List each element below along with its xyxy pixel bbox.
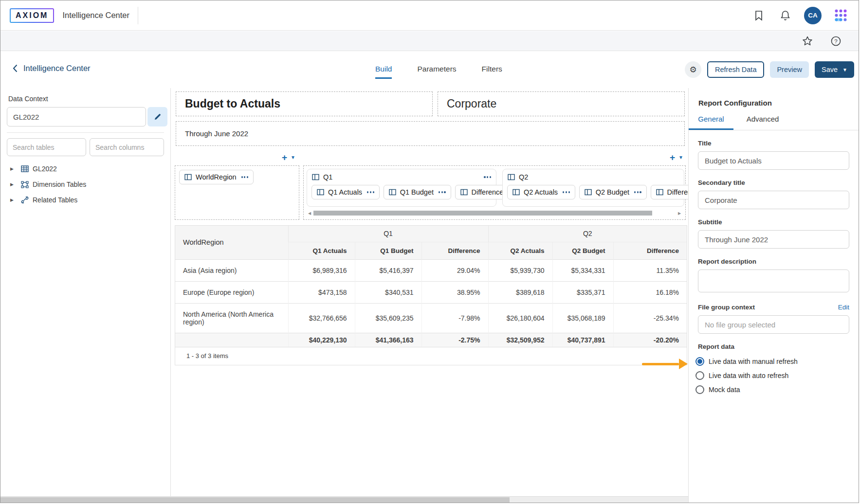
group-label: Q2 bbox=[519, 173, 528, 181]
breadcrumb-label: Intelligence Center bbox=[23, 64, 91, 73]
apps-grid-icon[interactable] bbox=[833, 8, 848, 23]
total-cell: $40,737,891 bbox=[552, 333, 613, 347]
value-cell: -7.98% bbox=[421, 303, 488, 333]
tree-item-related-tables[interactable]: ▶ Related Tables bbox=[0, 192, 170, 208]
subtitle-field[interactable] bbox=[698, 230, 849, 249]
total-cell: $32,509,952 bbox=[488, 333, 552, 347]
row-fields-dropzone[interactable]: WorldRegion bbox=[175, 165, 299, 220]
chevron-right-icon[interactable]: ▶ bbox=[10, 198, 21, 202]
plus-icon: + bbox=[670, 153, 675, 162]
chip-q2-budget[interactable]: Q2 Budget bbox=[579, 185, 647, 199]
file-group-field[interactable] bbox=[698, 315, 849, 334]
subtitle-field-label: Subtitle bbox=[698, 218, 849, 226]
bell-icon[interactable] bbox=[778, 8, 792, 23]
search-tables-input[interactable] bbox=[7, 138, 86, 156]
chip-q1-actuals[interactable]: Q1 Actuals bbox=[311, 185, 380, 199]
chip-q1-budget[interactable]: Q1 Budget bbox=[384, 185, 451, 199]
secondary-title-field[interactable] bbox=[698, 191, 849, 209]
config-tabs: General Advanced bbox=[689, 115, 859, 130]
table-grid-icon bbox=[21, 165, 33, 172]
chip-label: WorldRegion bbox=[196, 173, 237, 181]
report-secondary-title-block[interactable]: Corporate bbox=[438, 91, 685, 116]
save-button[interactable]: Save ▼ bbox=[815, 61, 854, 78]
column-icon bbox=[512, 189, 520, 196]
menu-dots-icon[interactable] bbox=[484, 176, 491, 178]
tab-general[interactable]: General bbox=[689, 115, 733, 130]
report-subtitle-block[interactable]: Through June 2022 bbox=[176, 121, 685, 146]
scrollbar-thumb[interactable] bbox=[0, 497, 510, 503]
tab-advanced[interactable]: Advanced bbox=[733, 115, 792, 130]
tab-build[interactable]: Build bbox=[375, 65, 392, 79]
col-group-q2: Q2 bbox=[488, 226, 687, 242]
axiom-logo[interactable]: AXIOM bbox=[10, 8, 54, 23]
refresh-data-button[interactable]: Refresh Data bbox=[707, 61, 764, 78]
tab-filters[interactable]: Filters bbox=[482, 65, 502, 79]
report-data-label: Report data bbox=[698, 343, 849, 350]
help-icon[interactable]: ? bbox=[828, 34, 843, 48]
column-icon bbox=[312, 174, 319, 180]
title-field[interactable] bbox=[698, 151, 849, 170]
total-cell: $41,366,163 bbox=[355, 333, 421, 347]
value-cell: $26,180,604 bbox=[488, 303, 552, 333]
column-fields-dropzone[interactable]: Q1 Q1 Actuals Q1 Budget bbox=[303, 165, 686, 220]
search-columns-input[interactable] bbox=[90, 138, 164, 156]
breadcrumb-back[interactable]: Intelligence Center bbox=[13, 64, 91, 73]
value-cell: 11.35% bbox=[613, 259, 687, 281]
report-title-block[interactable]: Budget to Actuals bbox=[176, 91, 433, 116]
data-context-input[interactable] bbox=[7, 107, 146, 126]
radio-button-icon[interactable] bbox=[695, 371, 704, 380]
file-group-edit-link[interactable]: Edit bbox=[838, 304, 849, 311]
radio-mock-data[interactable]: Mock data bbox=[695, 385, 849, 394]
chip-q2-actuals[interactable]: Q2 Actuals bbox=[507, 185, 575, 199]
chevron-right-icon[interactable]: ▶ bbox=[10, 166, 21, 171]
radio-live-manual-refresh[interactable]: Live data with manual refresh bbox=[695, 357, 849, 366]
link-icon bbox=[21, 197, 33, 203]
save-caret-down-icon[interactable]: ▼ bbox=[842, 67, 847, 72]
star-icon[interactable] bbox=[800, 34, 815, 48]
gear-icon[interactable]: ⚙ bbox=[685, 61, 701, 78]
radio-button-icon[interactable] bbox=[695, 357, 704, 366]
avatar[interactable]: CA bbox=[804, 7, 822, 24]
chip-label: Q2 Budget bbox=[596, 188, 629, 196]
chip-label: Q1 Budget bbox=[400, 188, 434, 196]
menu-dots-icon[interactable] bbox=[367, 191, 374, 193]
menu-dots-icon[interactable] bbox=[439, 191, 446, 193]
scroll-right-icon[interactable]: ▶ bbox=[677, 211, 682, 216]
columns-scrollbar[interactable]: ◀ ▶ bbox=[307, 210, 682, 216]
scrollbar-thumb[interactable] bbox=[313, 211, 652, 216]
report-description-field[interactable] bbox=[698, 270, 849, 292]
add-column-field-button[interactable]: + ▼ bbox=[670, 153, 683, 162]
value-cell: 29.04% bbox=[421, 259, 488, 281]
bookmark-icon[interactable] bbox=[751, 8, 766, 23]
preview-button[interactable]: Preview bbox=[770, 61, 809, 78]
menu-dots-icon[interactable] bbox=[634, 191, 641, 193]
total-cell: -20.20% bbox=[613, 333, 687, 347]
tree-item-gl2022[interactable]: ▶ GL2022 bbox=[0, 161, 170, 177]
tree-item-dimension-tables[interactable]: ▶ Dimension Tables bbox=[0, 177, 170, 192]
scroll-left-icon[interactable]: ◀ bbox=[307, 211, 312, 216]
radio-live-auto-refresh[interactable]: Live data with auto refresh bbox=[695, 371, 849, 380]
chip-worldregion[interactable]: WorldRegion bbox=[179, 170, 254, 184]
value-cell: 16.18% bbox=[613, 281, 687, 303]
value-cell: $5,334,331 bbox=[552, 259, 613, 281]
file-group-context-label: File group context bbox=[698, 304, 755, 311]
radio-button-icon[interactable] bbox=[695, 385, 704, 394]
menu-dots-icon[interactable] bbox=[241, 176, 249, 178]
page-horizontal-scrollbar[interactable] bbox=[0, 496, 688, 503]
add-row-field-button[interactable]: + ▼ bbox=[282, 153, 295, 162]
menu-dots-icon[interactable] bbox=[563, 191, 570, 193]
column-icon bbox=[389, 189, 396, 196]
value-cell: $473,158 bbox=[288, 281, 355, 303]
tree-item-label: Related Tables bbox=[33, 196, 77, 204]
tab-parameters[interactable]: Parameters bbox=[417, 65, 456, 79]
top-app-bar: AXIOM Intelligence Center CA bbox=[0, 0, 859, 31]
panel-title: Report Configuration bbox=[698, 99, 859, 107]
column-group-q1[interactable]: Q1 Q1 Actuals Q1 Budget bbox=[307, 169, 496, 207]
back-chevron-icon bbox=[13, 64, 18, 72]
chevron-right-icon[interactable]: ▶ bbox=[10, 182, 21, 187]
column-group-q2[interactable]: Q2 Q2 Actuals Q2 Budget bbox=[502, 169, 684, 207]
column-icon bbox=[317, 189, 324, 196]
table-row-asia: Asia (Asia region) $6,989,316 $5,416,397… bbox=[175, 259, 687, 281]
col-header-worldregion: WorldRegion bbox=[175, 226, 288, 259]
edit-context-button[interactable] bbox=[147, 107, 167, 126]
